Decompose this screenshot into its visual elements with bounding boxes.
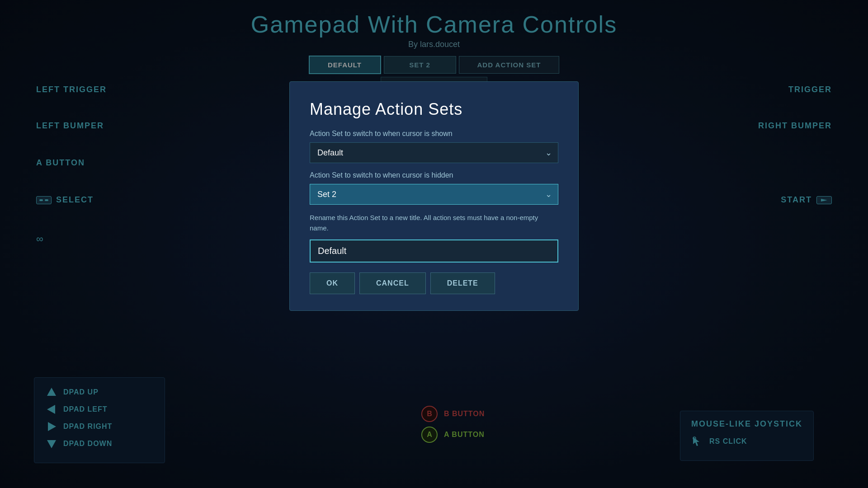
cursor-hidden-select[interactable]: Default Set 2	[310, 184, 558, 205]
action-set-name-input[interactable]	[310, 239, 558, 263]
modal-button-group: OK CANCEL DELETE	[310, 272, 558, 294]
modal-overlay: Manage Action Sets Action Set to switch …	[0, 0, 868, 488]
ok-button[interactable]: OK	[310, 272, 355, 294]
cursor-shown-select[interactable]: Default Set 2	[310, 142, 558, 163]
modal-title: Manage Action Sets	[310, 100, 558, 119]
cancel-button[interactable]: CANCEL	[359, 272, 426, 294]
cursor-hidden-label: Action Set to switch to when cursor is h…	[310, 171, 558, 179]
manage-action-sets-modal: Manage Action Sets Action Set to switch …	[289, 81, 579, 311]
delete-button[interactable]: DELETE	[430, 272, 495, 294]
rename-description: Rename this Action Set to a new title. A…	[310, 213, 558, 233]
cursor-shown-select-wrapper: Default Set 2 ⌄	[310, 142, 558, 163]
cursor-hidden-select-wrapper: Default Set 2 ⌄	[310, 184, 558, 205]
cursor-shown-label: Action Set to switch to when cursor is s…	[310, 130, 558, 138]
